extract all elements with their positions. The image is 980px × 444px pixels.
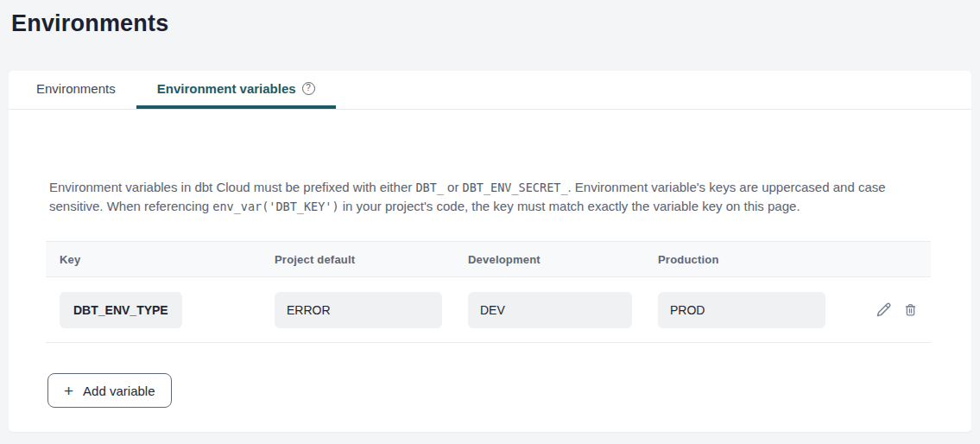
tab-environments[interactable]: Environments — [16, 71, 136, 109]
description-code-secret-prefix: DBT_ENV_SECRET_ — [463, 181, 568, 194]
production-value: PROD — [658, 292, 825, 328]
trash-icon — [902, 301, 919, 318]
column-header-key: Key — [46, 253, 261, 266]
tab-environment-variables[interactable]: Environment variables ? — [136, 71, 336, 109]
edit-variable-button[interactable] — [875, 301, 893, 319]
tab-environment-variables-label: Environment variables — [157, 81, 296, 96]
cell-project-default: ERROR — [261, 292, 454, 328]
column-header-project-default: Project default — [261, 253, 454, 266]
tabbar: Environments Environment variables ? — [9, 71, 971, 110]
cell-production: PROD — [644, 292, 838, 328]
plus-icon: + — [64, 383, 73, 399]
description-code-dbt-prefix: DBT_ — [415, 181, 444, 194]
environment-variables-table: Key Project default Development Producti… — [46, 241, 931, 343]
column-header-development: Development — [454, 253, 644, 266]
help-circle-icon[interactable]: ? — [302, 82, 315, 95]
description-text: Environment variables in dbt Cloud must … — [49, 178, 932, 216]
row-actions — [838, 301, 931, 319]
pencil-icon — [875, 301, 893, 319]
description-part: or — [444, 180, 463, 194]
description-part: in your project's code, the key must mat… — [339, 199, 800, 213]
project-default-value: ERROR — [275, 292, 442, 328]
page-title: Environments — [11, 10, 971, 37]
description-code-env-var: env_var('DBT_KEY') — [212, 200, 338, 213]
cell-key: DBT_ENV_TYPE — [46, 292, 261, 328]
variable-key-value: DBT_ENV_TYPE — [60, 292, 182, 328]
cell-development: DEV — [454, 292, 644, 328]
column-header-production: Production — [644, 253, 838, 266]
tab-content: Environment variables in dbt Cloud must … — [9, 110, 971, 430]
add-variable-button[interactable]: + Add variable — [47, 373, 172, 408]
delete-variable-button[interactable] — [902, 301, 919, 318]
description-part: Environment variables in dbt Cloud must … — [49, 180, 415, 194]
add-variable-label: Add variable — [83, 384, 155, 398]
development-value: DEV — [468, 292, 632, 328]
environments-page: Environments Environments Environment va… — [0, 0, 980, 432]
environment-variables-card: Environments Environment variables ? Env… — [9, 71, 971, 432]
tab-environments-label: Environments — [36, 81, 116, 96]
table-row: DBT_ENV_TYPE ERROR DEV PROD — [46, 277, 931, 343]
table-header-row: Key Project default Development Producti… — [46, 241, 931, 277]
